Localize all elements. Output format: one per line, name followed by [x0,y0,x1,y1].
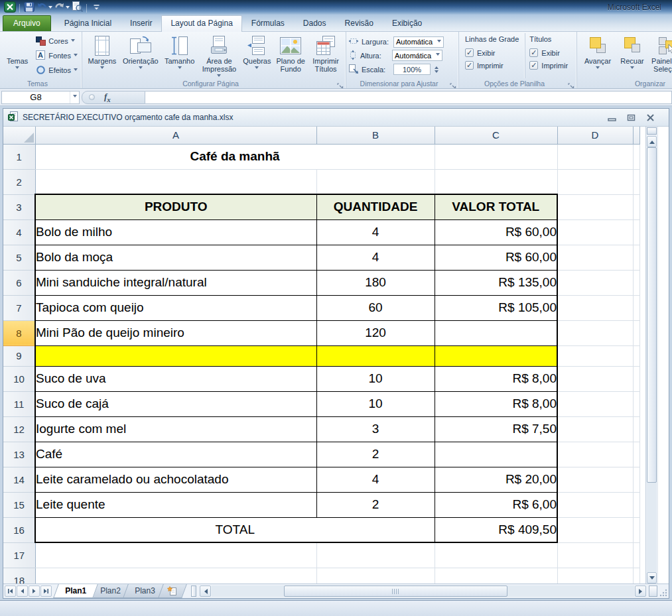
cell-B13[interactable]: 2 [316,442,435,467]
cell-A4[interactable]: Bolo de milho [35,219,316,245]
cell-E5[interactable] [633,245,639,270]
largura-combobox[interactable]: Automática [393,36,444,48]
undo-icon[interactable] [36,2,52,14]
cell-C5[interactable]: R$ 60,00 [435,245,557,270]
cell-A16[interactable]: TOTAL [35,517,435,542]
cell-E15[interactable] [633,492,639,517]
close-icon[interactable] [646,114,655,121]
cell-D12[interactable] [557,416,633,442]
cell-B3[interactable]: QUANTIDADE [316,194,435,219]
print-preview-icon[interactable] [71,2,83,14]
cell-E11[interactable] [633,391,639,416]
cell-E9[interactable] [633,345,639,366]
cell-B7[interactable]: 60 [316,295,435,320]
last-sheet-button[interactable] [40,585,52,597]
restore-icon[interactable] [627,114,636,121]
cell-E1[interactable] [633,144,639,169]
column-header-D[interactable]: D [557,127,633,144]
cell-C10[interactable]: R$ 8,00 [435,366,557,391]
cell-B14[interactable]: 4 [316,467,435,492]
spin-down-icon[interactable] [435,70,438,75]
cell-D3[interactable] [557,194,633,219]
sheet-tab-plan1[interactable]: Plan1 [53,584,98,598]
scroll-right-button[interactable] [635,585,646,597]
cell-E16[interactable] [633,517,639,542]
efeitos-button[interactable]: Efeitos [34,64,80,77]
tab-dados[interactable]: Dados [294,15,336,31]
row-header-12[interactable]: 12 [3,416,35,442]
checkbox-checked[interactable]: ✓ [465,48,474,57]
cell-A9[interactable] [35,345,316,366]
cell-D9[interactable] [557,345,633,366]
cell-E4[interactable] [633,219,639,245]
minimize-icon[interactable] [608,114,616,121]
cell-E2[interactable] [633,169,639,194]
cell-C17[interactable] [435,542,557,568]
cell-E17[interactable] [633,542,639,568]
vertical-scroll-track[interactable] [647,147,657,572]
cell-E10[interactable] [633,366,639,391]
cell-D14[interactable] [557,467,633,492]
cell-A17[interactable] [35,542,316,568]
cell-B18[interactable] [316,568,435,584]
row-header-1[interactable]: 1 [3,144,35,169]
first-sheet-button[interactable] [5,585,16,597]
row-header-15[interactable]: 15 [3,492,35,517]
escala-spinner[interactable]: 100% [393,64,431,75]
vertical-split-handle[interactable] [647,127,657,135]
row-header-14[interactable]: 14 [3,467,35,492]
scroll-up-button[interactable] [647,136,657,147]
cell-D10[interactable] [557,366,633,391]
cell-A11[interactable]: Suco de cajá [35,391,316,416]
dialog-launcher-icon[interactable] [568,80,574,87]
checkbox-checked[interactable]: ✓ [529,48,538,57]
row-header-4[interactable]: 4 [3,219,35,245]
row-header-5[interactable]: 5 [3,245,35,270]
cell-D16[interactable] [557,517,633,542]
row-header-16[interactable]: 16 [3,517,35,542]
tab-pagina-inicial[interactable]: Página Inicial [55,15,121,31]
cell-A3[interactable]: PRODUTO [35,194,316,219]
cell-B2[interactable] [316,169,435,194]
avancar-button[interactable]: Avançar [579,33,616,78]
next-sheet-button[interactable] [29,585,40,597]
checkbox-checked[interactable]: ✓ [465,61,474,70]
tamanho-button[interactable]: Tamanho [161,33,198,78]
cell-E12[interactable] [633,416,639,442]
cell-C4[interactable]: R$ 60,00 [435,219,557,245]
cell-C6[interactable]: R$ 135,00 [435,270,557,295]
column-header-A[interactable]: A [35,127,316,144]
cell-A7[interactable]: Tapioca com queijo [35,295,316,320]
cell-A2[interactable] [35,169,316,194]
cores-button[interactable]: Cores [34,35,80,48]
tab-split-handle[interactable] [191,585,196,597]
cell-C18[interactable] [435,568,557,584]
area-de-impressao-button[interactable]: Área de Impressão [198,33,241,78]
imprimir-titulos-button[interactable]: Imprimir Títulos [308,33,344,78]
row-header-2[interactable]: 2 [3,169,35,194]
cell-E18[interactable] [633,568,639,584]
cell-C9[interactable] [435,345,557,366]
cell-E14[interactable] [633,467,639,492]
scroll-left-button[interactable] [200,585,211,597]
cell-A5[interactable]: Bolo da moça [35,245,316,270]
row-header-18[interactable]: 18 [3,568,35,584]
tab-inserir[interactable]: Inserir [121,15,161,31]
tab-exibicao[interactable]: Exibição [383,15,431,31]
redo-icon[interactable] [54,2,70,14]
horizontal-scroll-track[interactable] [212,585,634,597]
quebras-button[interactable]: Quebras [240,33,273,78]
tab-formulas[interactable]: Fórmulas [242,15,294,31]
row-header-3[interactable]: 3 [3,194,35,219]
vertical-scroll-thumb[interactable] [647,147,657,483]
row-header-8[interactable]: 8 [3,320,35,345]
cell-D7[interactable] [557,295,633,320]
cell-C2[interactable] [435,169,557,194]
resize-grip[interactable] [658,584,669,598]
tab-arquivo[interactable]: Arquivo [3,15,51,31]
altura-combobox[interactable]: Automática [392,50,442,61]
checkbox-checked[interactable]: ✓ [529,61,538,70]
cell-C7[interactable]: R$ 105,00 [435,295,557,320]
cell-C16[interactable]: R$ 409,50 [435,517,557,542]
tab-revisao[interactable]: Revisão [336,15,383,31]
